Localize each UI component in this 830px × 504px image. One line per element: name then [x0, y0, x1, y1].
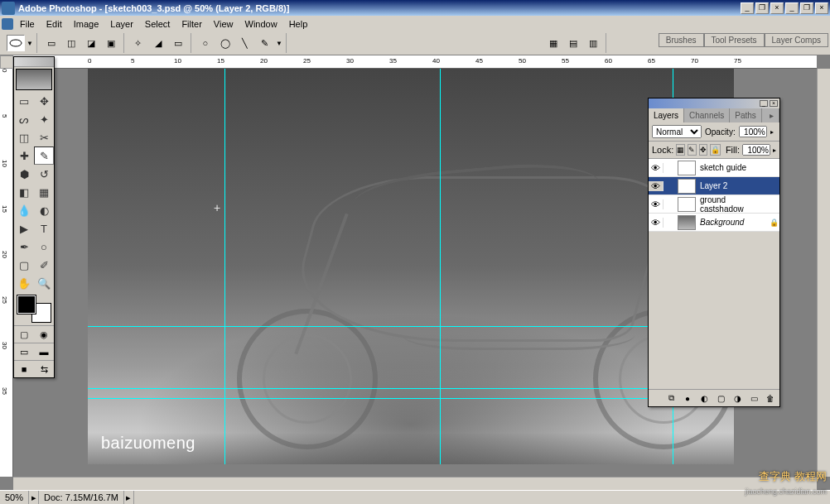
stamp-tool[interactable]: ⬢	[14, 165, 34, 183]
panel-minimize-icon[interactable]: _	[760, 100, 768, 107]
eraser-tool[interactable]: ◧	[14, 183, 34, 201]
layer-thumbnail[interactable]	[678, 161, 696, 175]
minimize-button[interactable]: _	[741, 2, 754, 14]
ruler-vertical[interactable]: 05101520253035	[0, 69, 13, 477]
layer-list-empty-area[interactable]	[649, 232, 779, 389]
ruler-horizontal[interactable]: 051015202530354045505560657075	[13, 55, 817, 69]
history-brush-tool[interactable]: ↺	[34, 165, 54, 183]
new-layer-icon[interactable]: ▭	[746, 391, 761, 405]
fill-input[interactable]	[742, 144, 770, 156]
tab-layers[interactable]: Layers	[649, 108, 684, 122]
brush-tool[interactable]: ✎	[34, 146, 54, 165]
standard-mode-icon[interactable]: ▢	[14, 326, 34, 343]
path-select-tool[interactable]: ▶	[14, 219, 34, 238]
layer-row[interactable]: 👁Background🔒	[649, 214, 779, 232]
crop-tool[interactable]: ◫	[14, 128, 34, 146]
subtract-selection-icon[interactable]: ◪	[82, 35, 100, 51]
opacity-flyout-icon[interactable]: ▸	[770, 128, 774, 136]
add-selection-icon[interactable]: ◫	[62, 35, 80, 51]
dropdown-icon[interactable]: ▼	[27, 40, 33, 47]
menu-layer[interactable]: Layer	[105, 17, 138, 31]
visibility-eye-icon[interactable]: 👁	[649, 199, 664, 209]
style-icon[interactable]: ▭	[169, 35, 187, 51]
type-tool[interactable]: T	[34, 219, 54, 238]
ruler-origin[interactable]	[0, 55, 13, 69]
toolbox-drag-handle[interactable]	[14, 57, 54, 67]
status-flyout-icon[interactable]: ▸	[29, 491, 39, 504]
healing-tool[interactable]: ✚	[14, 146, 34, 165]
blend-mode-select[interactable]: Normal	[652, 125, 702, 138]
layer-name[interactable]: ground castshadow	[698, 195, 768, 214]
wand-tool[interactable]: ✦	[34, 110, 54, 128]
menu-select[interactable]: Select	[140, 17, 176, 31]
screen-full-menubar-icon[interactable]: ▬	[34, 343, 54, 360]
dock-tab-brushes[interactable]: Brushes	[659, 33, 704, 47]
ellipse-outline-icon[interactable]: ◯	[216, 35, 234, 51]
line-icon[interactable]: ╲	[236, 35, 254, 51]
notes-tool[interactable]: ▢	[14, 256, 34, 274]
menu-help[interactable]: Help	[284, 17, 313, 31]
lock-transparent-icon[interactable]: ▦	[676, 144, 685, 156]
link-layers-icon[interactable]: ⧉	[664, 391, 678, 405]
guide-horizontal[interactable]	[88, 388, 734, 389]
tab-paths[interactable]: Paths	[730, 108, 762, 122]
delete-layer-icon[interactable]: 🗑	[763, 391, 778, 405]
layer-row[interactable]: 👁ground castshadow	[649, 195, 779, 214]
blur-tool[interactable]: 💧	[14, 201, 34, 219]
canvas[interactable]: + baizuomeng	[88, 69, 734, 464]
guide-vertical[interactable]	[440, 69, 441, 464]
menu-view[interactable]: View	[209, 17, 239, 31]
quickmask-mode-icon[interactable]: ◉	[34, 326, 54, 343]
opacity-input[interactable]	[739, 126, 767, 137]
layer-row[interactable]: 👁Layer 2	[649, 177, 779, 195]
layer-thumbnail[interactable]	[678, 179, 696, 194]
screen-full-icon[interactable]: ■	[14, 361, 34, 377]
marquee-tool[interactable]: ▭	[14, 92, 34, 110]
doc-restore-button[interactable]: ❐	[800, 2, 813, 14]
layer-mask-icon[interactable]: ◐	[697, 391, 712, 405]
gradient-tool[interactable]: ▦	[34, 183, 54, 201]
guide-vertical[interactable]	[224, 69, 225, 464]
lock-position-icon[interactable]: ✥	[699, 144, 707, 156]
workspace-2-icon[interactable]: ▤	[564, 35, 582, 51]
doc-close-button[interactable]: ×	[815, 2, 828, 14]
layer-row[interactable]: 👁sketch guide	[649, 159, 779, 177]
panel-close-icon[interactable]: ×	[770, 100, 778, 107]
intersect-selection-icon[interactable]: ▣	[102, 35, 120, 51]
layer-thumbnail[interactable]	[678, 215, 696, 230]
lasso-tool[interactable]: ᔕ	[14, 110, 34, 128]
doc-flyout-icon[interactable]: ▸	[124, 491, 134, 504]
imageready-icon[interactable]: ⇆	[34, 361, 54, 377]
shape-tool[interactable]: ○	[34, 238, 54, 256]
scrollbar-horizontal[interactable]	[13, 477, 817, 490]
menu-window[interactable]: Window	[240, 17, 282, 31]
tool-preset-dropdown[interactable]	[7, 35, 25, 51]
brush-option-icon[interactable]: ✎	[256, 35, 274, 51]
lock-pixels-icon[interactable]: ✎	[688, 144, 696, 156]
layer-thumbnail[interactable]	[678, 197, 696, 212]
dock-tab-tool-presets[interactable]: Tool Presets	[704, 33, 765, 47]
pen-tool[interactable]: ✒	[14, 238, 34, 256]
menu-image[interactable]: Image	[69, 17, 104, 31]
fill-flyout-icon[interactable]: ▸	[773, 146, 776, 154]
maximize-button[interactable]: ❐	[755, 2, 769, 14]
dodge-tool[interactable]: ◐	[34, 201, 54, 219]
tab-channels[interactable]: Channels	[684, 108, 730, 122]
guide-horizontal[interactable]	[88, 398, 734, 399]
workspace-1-icon[interactable]: ▦	[544, 35, 562, 51]
zoom-level[interactable]: 50%	[0, 491, 29, 504]
panel-drag-handle[interactable]: _ ×	[649, 98, 779, 108]
doc-size[interactable]: Doc: 7.15M/16.7M	[39, 491, 124, 504]
zoom-tool[interactable]: 🔍	[34, 274, 54, 292]
visibility-eye-icon[interactable]: 👁	[649, 218, 664, 228]
doc-minimize-button[interactable]: _	[785, 2, 799, 14]
eyedropper-tool[interactable]: ✐	[34, 256, 54, 274]
foreground-color[interactable]	[17, 295, 36, 314]
visibility-eye-icon[interactable]: 👁	[649, 181, 664, 191]
layer-style-icon[interactable]: ●	[680, 391, 695, 405]
layer-name[interactable]: sketch guide	[698, 163, 768, 172]
new-group-icon[interactable]: ▢	[713, 391, 728, 405]
lock-all-icon[interactable]: 🔒	[710, 144, 721, 156]
screen-standard-icon[interactable]: ▭	[14, 343, 34, 360]
menu-file[interactable]: File	[15, 17, 40, 31]
